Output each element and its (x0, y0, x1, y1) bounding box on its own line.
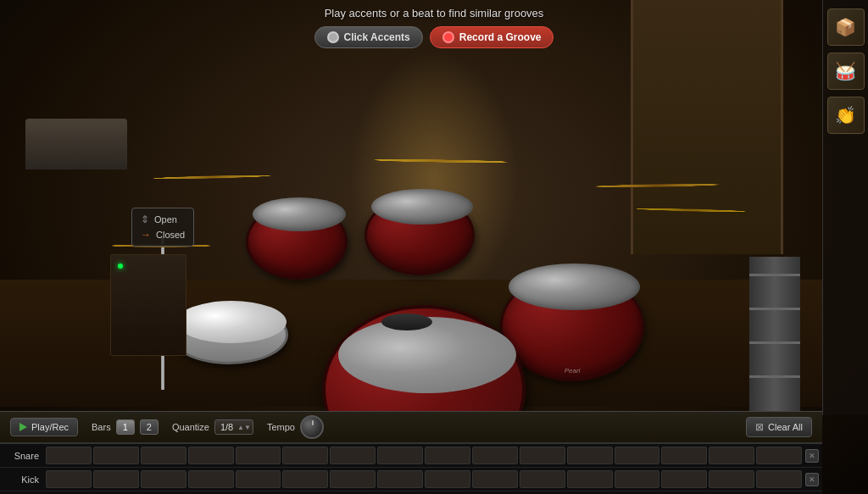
clear-icon: ⊠ (755, 421, 764, 433)
rack-strut-2 (749, 308, 800, 310)
hihat-open-label: Open (154, 214, 177, 225)
kick-cell-6[interactable] (282, 470, 328, 488)
snare-seq-cells (46, 444, 802, 467)
snare-seq-row: Snare ✕ (0, 444, 822, 468)
rack-strut-4 (749, 375, 800, 378)
hihat-open-option[interactable]: ⇕ Open (141, 214, 185, 225)
right-panel-item-1[interactable]: 📦 (827, 8, 865, 46)
crash-cymbal-right[interactable] (593, 183, 721, 187)
quantize-select[interactable]: 1/8 1/16 1/4 (214, 419, 253, 435)
amp-cabinet (110, 254, 186, 356)
tempo-knob[interactable] (300, 415, 324, 439)
clear-all-button[interactable]: ⊠ Clear All (746, 417, 812, 437)
snare-cell-2[interactable] (93, 447, 139, 464)
click-accents-label: Click Accents (344, 31, 410, 43)
record-icon (442, 31, 454, 43)
kick-cell-14[interactable] (661, 470, 707, 488)
snare-drum[interactable] (170, 305, 288, 364)
rack-strut-3 (749, 341, 800, 344)
snare-cell-9[interactable] (425, 447, 470, 464)
quantize-label: Quantize (172, 422, 209, 432)
snare-cell-8[interactable] (377, 447, 423, 464)
snare-cell-16[interactable] (756, 447, 802, 464)
kick-cell-13[interactable] (615, 470, 660, 488)
bar-1-button[interactable]: 1 (116, 419, 135, 435)
kick-cell-3[interactable] (141, 470, 186, 488)
open-arrow-icon: ⇕ (141, 214, 149, 225)
right-panel-item-2[interactable]: 🥁 (827, 53, 865, 90)
sequencer-area: Snare ✕ Kick (0, 443, 822, 494)
kick-cell-7[interactable] (330, 470, 376, 488)
cabinet-lights (118, 264, 123, 269)
kick-close-button[interactable]: ✕ (805, 473, 819, 486)
snare-cell-3[interactable] (141, 447, 186, 464)
kick-cell-1[interactable] (46, 470, 92, 488)
hihat-popup: ⇕ Open → Closed (131, 208, 194, 247)
click-accents-button[interactable]: Click Accents (314, 26, 423, 48)
floor-tom-head (509, 264, 640, 310)
ride-cymbal[interactable] (372, 158, 509, 164)
play-rec-label: Play/Rec (31, 422, 69, 432)
kick-cell-16[interactable] (756, 470, 802, 488)
snare-cell-13[interactable] (615, 447, 660, 464)
kick-cell-9[interactable] (425, 470, 470, 488)
snare-cell-12[interactable] (567, 447, 613, 464)
kick-cell-5[interactable] (236, 470, 281, 488)
snare-cell-10[interactable] (472, 447, 518, 464)
right-panel: 📦 🥁 👏 (822, 0, 868, 415)
snare-cell-5[interactable] (236, 447, 281, 464)
rack-tom-2-head (371, 189, 473, 225)
snare-cell-1[interactable] (46, 447, 92, 464)
kick-cell-11[interactable] (520, 470, 565, 488)
clear-all-label: Clear All (768, 422, 803, 432)
snare-cell-6[interactable] (282, 447, 328, 464)
kick-head (338, 317, 516, 393)
tempo-group: Tempo (267, 415, 324, 439)
kick-cell-15[interactable] (709, 470, 754, 488)
kick-cell-12[interactable] (567, 470, 613, 488)
snare-cell-7[interactable] (330, 447, 376, 464)
kick-cell-8[interactable] (377, 470, 423, 488)
metal-rack (749, 257, 800, 426)
floor-tom-label: Pearl (565, 367, 581, 375)
drum-area: Pearl Pearl (0, 0, 822, 415)
right-panel-icon-2: 🥁 (835, 61, 856, 81)
snare-row-label: Snare (3, 451, 46, 461)
bars-label: Bars (92, 422, 111, 432)
drum-stool (381, 314, 432, 330)
right-panel-icon-3: 👏 (835, 105, 856, 125)
bars-group: Bars 1 2 (92, 419, 159, 435)
record-groove-button[interactable]: Record a Groove (430, 26, 554, 48)
kick-cell-4[interactable] (188, 470, 234, 488)
snare-cell-14[interactable] (661, 447, 707, 464)
instruction-text: Play accents or a beat to find similar g… (325, 7, 544, 19)
bar-2-button[interactable]: 2 (140, 419, 159, 435)
snare-cell-11[interactable] (520, 447, 565, 464)
kick-cell-2[interactable] (93, 470, 139, 488)
crash-cymbal-left[interactable] (152, 175, 271, 180)
right-panel-item-3[interactable]: 👏 (827, 97, 865, 134)
rack-tom-1-head (253, 197, 346, 231)
snare-close-button[interactable]: ✕ (805, 449, 819, 463)
hihat-closed-option[interactable]: → Closed (141, 229, 185, 241)
splash-cymbal[interactable] (636, 208, 747, 213)
quantize-group: Quantize 1/8 1/16 1/4 ▲▼ (172, 419, 253, 435)
tempo-label: Tempo (267, 422, 295, 432)
play-rec-button[interactable]: Play/Rec (10, 418, 78, 436)
hihat-closed-label: Closed (156, 230, 185, 240)
snare-cell-4[interactable] (188, 447, 234, 464)
snare-cell-15[interactable] (709, 447, 754, 464)
kick-row-label: Kick (3, 475, 46, 485)
rack-strut-1 (749, 274, 800, 276)
bottom-control-bar: Play/Rec Bars 1 2 Quantize 1/8 1/16 1/4 … (0, 411, 822, 443)
floor-tom[interactable]: Pearl (500, 271, 644, 381)
quantize-select-wrapper: 1/8 1/16 1/4 ▲▼ (214, 419, 253, 435)
rack-tom-2[interactable] (364, 195, 475, 275)
right-panel-icon-1: 📦 (835, 18, 856, 36)
record-groove-label: Record a Groove (459, 31, 542, 43)
top-toolbar: Play accents or a beat to find similar g… (0, 0, 868, 51)
toolbar-buttons: Click Accents Record a Groove (314, 26, 554, 48)
closed-arrow-icon: → (141, 229, 151, 241)
kick-cell-10[interactable] (472, 470, 518, 488)
rack-tom-1[interactable] (246, 203, 348, 280)
